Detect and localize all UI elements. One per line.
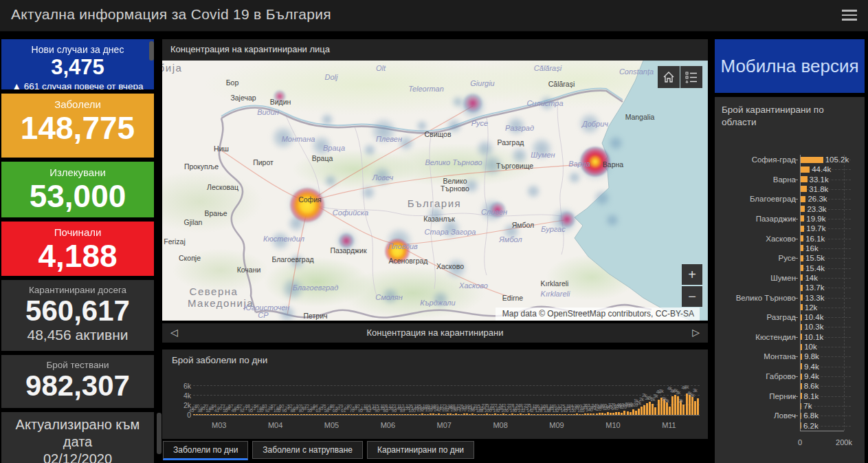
daily-bar[interactable] <box>390 414 392 415</box>
daily-bar[interactable] <box>568 414 570 416</box>
daily-bar[interactable] <box>452 414 454 415</box>
daily-bar[interactable] <box>376 414 378 415</box>
daily-bar[interactable] <box>294 414 296 415</box>
daily-bar[interactable] <box>334 414 336 415</box>
daily-bar[interactable] <box>570 414 572 415</box>
daily-bar[interactable] <box>471 413 474 415</box>
daily-bar[interactable] <box>686 394 688 415</box>
daily-bar[interactable] <box>193 414 195 415</box>
daily-bar[interactable] <box>291 414 293 415</box>
daily-bar[interactable] <box>329 414 331 415</box>
daily-bar[interactable] <box>502 413 504 415</box>
daily-bar[interactable] <box>610 413 612 415</box>
daily-bar[interactable] <box>533 414 535 415</box>
daily-bar[interactable] <box>252 414 254 415</box>
daily-bar[interactable] <box>241 414 243 415</box>
daily-bar[interactable] <box>199 414 201 415</box>
daily-bar[interactable] <box>311 414 313 415</box>
daily-bar[interactable] <box>244 414 246 415</box>
daily-bar[interactable] <box>303 414 305 415</box>
daily-bar[interactable] <box>531 414 533 415</box>
daily-bar[interactable] <box>247 414 249 415</box>
daily-bar[interactable] <box>601 413 603 415</box>
daily-bar[interactable] <box>627 411 629 415</box>
daily-bar[interactable] <box>435 414 437 415</box>
daily-bar[interactable] <box>275 414 277 415</box>
daily-bar[interactable] <box>682 405 685 415</box>
daily-bar[interactable] <box>210 414 212 415</box>
daily-bar[interactable] <box>466 413 468 415</box>
daily-bar[interactable] <box>322 414 324 415</box>
daily-bar[interactable] <box>596 413 598 415</box>
daily-bar[interactable] <box>441 414 443 415</box>
daily-bar[interactable] <box>652 404 654 415</box>
daily-bar[interactable] <box>297 414 299 415</box>
daily-bar[interactable] <box>581 414 583 415</box>
tab-daily-cases[interactable]: Заболели по дни <box>163 441 248 460</box>
daily-bar[interactable] <box>460 414 463 415</box>
daily-bar[interactable] <box>514 414 516 415</box>
daily-bar[interactable] <box>356 414 358 415</box>
region-bar[interactable] <box>800 157 823 163</box>
zoom-out-button[interactable]: − <box>682 286 702 307</box>
daily-bar[interactable] <box>224 414 226 415</box>
daily-bar[interactable] <box>537 414 539 415</box>
daily-bar[interactable] <box>381 414 383 415</box>
daily-bar[interactable] <box>419 414 421 415</box>
daily-bar[interactable] <box>399 414 401 415</box>
daily-bar[interactable] <box>520 413 522 415</box>
daily-bar[interactable] <box>592 413 594 415</box>
daily-bar[interactable] <box>249 414 252 415</box>
daily-bar[interactable] <box>525 414 527 415</box>
daily-bar[interactable] <box>618 412 620 415</box>
region-bar[interactable] <box>800 196 805 202</box>
daily-bar[interactable] <box>635 411 637 415</box>
daily-bar[interactable] <box>469 414 471 415</box>
daily-bar[interactable] <box>458 414 460 416</box>
daily-bar[interactable] <box>269 414 271 415</box>
daily-bar[interactable] <box>412 414 414 415</box>
daily-bar[interactable] <box>232 414 234 415</box>
daily-bar[interactable] <box>272 414 274 415</box>
daily-bar[interactable] <box>539 414 542 415</box>
daily-bar[interactable] <box>289 414 291 415</box>
daily-bar[interactable] <box>556 414 558 415</box>
legend-button[interactable] <box>680 66 702 88</box>
daily-bar[interactable] <box>410 414 412 415</box>
daily-bar[interactable] <box>317 414 319 415</box>
daily-bar[interactable] <box>666 402 668 415</box>
daily-bar[interactable] <box>353 414 355 415</box>
daily-bar[interactable] <box>196 414 198 415</box>
daily-bar[interactable] <box>455 413 457 415</box>
daily-bar[interactable] <box>320 414 322 415</box>
daily-bar[interactable] <box>599 413 601 415</box>
daily-bar[interactable] <box>489 414 491 415</box>
daily-bar[interactable] <box>694 401 696 415</box>
daily-bar[interactable] <box>404 414 406 415</box>
daily-bar[interactable] <box>604 413 606 415</box>
daily-bar[interactable] <box>207 414 209 415</box>
region-bar[interactable] <box>800 206 805 212</box>
daily-bar[interactable] <box>576 413 578 415</box>
daily-bar[interactable] <box>474 414 476 415</box>
daily-bar[interactable] <box>480 414 482 415</box>
daily-bar[interactable] <box>337 414 339 415</box>
daily-bar[interactable] <box>500 414 502 415</box>
daily-bar[interactable] <box>407 414 409 415</box>
daily-bar[interactable] <box>632 409 634 415</box>
region-bar[interactable] <box>800 176 808 182</box>
daily-bar[interactable] <box>646 403 648 415</box>
daily-bar[interactable] <box>491 414 493 415</box>
daily-bar[interactable] <box>384 414 386 415</box>
daily-bar[interactable] <box>393 414 395 415</box>
daily-bar[interactable] <box>671 396 674 416</box>
daily-bar[interactable] <box>362 414 364 415</box>
daily-bar[interactable] <box>342 414 344 415</box>
daily-bar[interactable] <box>415 414 417 415</box>
daily-bar[interactable] <box>658 400 660 415</box>
daily-bar[interactable] <box>388 414 390 415</box>
home-button[interactable] <box>658 66 680 88</box>
daily-bar[interactable] <box>674 395 676 415</box>
mobile-version-button[interactable]: Мобилна версия <box>715 39 865 93</box>
daily-bar[interactable] <box>227 414 229 415</box>
